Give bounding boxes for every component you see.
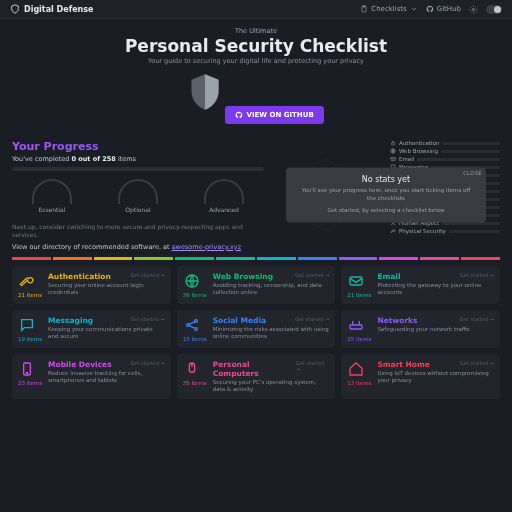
- swatch: [175, 257, 214, 260]
- card-count: 21 items: [347, 292, 371, 298]
- progress-subtitle: You've completed 0 out of 258 items: [12, 155, 264, 163]
- brand[interactable]: Digital Defense: [10, 4, 93, 14]
- swatch: [298, 257, 337, 260]
- card-body: Smart HomeGet started →Using IoT devices…: [377, 360, 494, 393]
- topbar: Digital Defense Checklists GitHub: [0, 0, 512, 19]
- card-title: Networks: [377, 316, 417, 325]
- key-icon: [18, 272, 36, 290]
- mouse-icon: [183, 360, 201, 378]
- checklist-card[interactable]: 19 itemsMessagingGet started →Keeping yo…: [12, 310, 171, 348]
- overlay-text-2: Get started, by selecting a checklist be…: [298, 207, 474, 215]
- card-title: Mobile Devices: [48, 360, 112, 369]
- card-title: Smart Home: [377, 360, 430, 369]
- gauge-arc: [204, 179, 244, 204]
- checklist-card[interactable]: 25 itemsNetworksGet started →Safeguardin…: [341, 310, 500, 348]
- stat-label: Email: [399, 156, 414, 162]
- card-body: Mobile DevicesGet started →Reduce invasi…: [48, 360, 165, 393]
- card-count: 25 items: [347, 336, 371, 342]
- card-left: 23 items: [18, 360, 42, 393]
- gauge-optional: Optional: [98, 179, 178, 213]
- topbar-right: Checklists GitHub: [360, 5, 502, 14]
- card-left: 25 items: [347, 316, 371, 342]
- card-count: 13 items: [347, 380, 371, 386]
- gear-icon[interactable]: [469, 5, 478, 14]
- checklist-card[interactable]: 23 itemsMobile DevicesGet started →Reduc…: [12, 354, 171, 399]
- view-on-github-button[interactable]: VIEW ON GITHUB: [225, 106, 324, 124]
- checklist-card[interactable]: 21 itemsAuthenticationGet started →Secur…: [12, 266, 171, 304]
- gauge-essential: Essential: [12, 179, 92, 213]
- swatch: [420, 257, 459, 260]
- stat-row: Authentication: [390, 140, 500, 146]
- card-arrow: Get started →: [130, 272, 164, 278]
- svg-point-20: [194, 327, 197, 330]
- progress-bar: [12, 167, 264, 171]
- recommendation-link-line: View our directory of recommended softwa…: [12, 243, 264, 251]
- stat-icon: [390, 156, 396, 162]
- svg-point-18: [186, 323, 189, 326]
- card-body: AuthenticationGet started →Securing your…: [48, 272, 165, 298]
- card-count: 35 items: [183, 380, 207, 386]
- stat-label: Web Browsing: [399, 148, 438, 154]
- checklists-dropdown[interactable]: Checklists: [360, 5, 417, 13]
- shield-logo: [188, 73, 222, 111]
- mail-icon: [347, 272, 365, 290]
- gauge-arc: [118, 179, 158, 204]
- github-icon: [235, 111, 243, 119]
- clipboard-icon: [360, 5, 368, 13]
- card-arrow: Get started →: [295, 316, 329, 322]
- card-desc: Reduce invasive tracking for cells, smar…: [48, 370, 165, 384]
- checklist-card[interactable]: 36 itemsWeb BrowsingGet started →Avoidin…: [177, 266, 336, 304]
- awesome-privacy-link[interactable]: awesome-privacy.xyz: [172, 243, 241, 251]
- card-arrow: Get started →: [296, 360, 329, 372]
- card-title: Web Browsing: [213, 272, 273, 281]
- progress-section: Your Progress You've completed 0 out of …: [12, 140, 500, 251]
- checklist-card[interactable]: 15 itemsSocial MediaGet started →Minimiz…: [177, 310, 336, 348]
- stat-icon: [390, 140, 396, 146]
- close-button[interactable]: CLOSE: [463, 171, 482, 177]
- overlay-title: No stats yet: [298, 176, 474, 185]
- github-button-label: VIEW ON GITHUB: [247, 111, 314, 119]
- stat-icon: [390, 228, 396, 234]
- checklist-card[interactable]: 35 itemsPersonal ComputersGet started →S…: [177, 354, 336, 399]
- gauges: Essential Optional Advanced: [12, 179, 264, 213]
- card-desc: Securing your online account login crede…: [48, 282, 165, 296]
- progress-title: Your Progress: [12, 140, 264, 153]
- recommendation-text: Next up, consider switching to more secu…: [12, 223, 264, 240]
- card-title: Messaging: [48, 316, 93, 325]
- svg-rect-5: [392, 143, 395, 145]
- theme-toggle[interactable]: [486, 5, 502, 14]
- swatch: [216, 257, 255, 260]
- card-desc: Protecting the gateway to your online ac…: [377, 282, 494, 296]
- card-left: 13 items: [347, 360, 371, 393]
- card-title: Personal Computers: [213, 360, 296, 378]
- github-icon: [426, 5, 434, 13]
- stat-bar: [441, 150, 500, 153]
- stat-row: Physical Security: [390, 228, 500, 234]
- card-title: Email: [377, 272, 400, 281]
- phone-icon: [18, 360, 36, 378]
- overlay-text-1: You'll see your progress here, once you …: [298, 188, 474, 203]
- progress-right: 100% AuthenticationWeb BrowsingEmailMess…: [272, 140, 500, 251]
- checklist-card[interactable]: 21 itemsEmailGet started →Protecting the…: [341, 266, 500, 304]
- swatch: [53, 257, 92, 260]
- card-body: EmailGet started →Protecting the gateway…: [377, 272, 494, 298]
- card-arrow: Get started →: [460, 360, 494, 366]
- no-stats-overlay: CLOSE No stats yet You'll see your progr…: [286, 168, 486, 223]
- gauge-advanced: Advanced: [184, 179, 264, 213]
- chat-icon: [18, 316, 36, 334]
- stat-row: Email: [390, 156, 500, 162]
- content: Your Progress You've completed 0 out of …: [0, 134, 512, 405]
- github-label: GitHub: [437, 5, 461, 13]
- card-body: Personal ComputersGet started →Securing …: [213, 360, 330, 393]
- github-link[interactable]: GitHub: [426, 5, 461, 13]
- card-desc: Minimizing the risks associated with usi…: [213, 326, 330, 340]
- checklist-card[interactable]: 13 itemsSmart HomeGet started →Using IoT…: [341, 354, 500, 399]
- card-desc: Securing your PC's operating system, dat…: [213, 379, 330, 393]
- share-icon: [183, 316, 201, 334]
- card-body: Web BrowsingGet started →Avoiding tracki…: [213, 272, 330, 298]
- card-desc: Using IoT devices without compromising y…: [377, 370, 494, 384]
- color-palette: [12, 257, 500, 260]
- card-count: 36 items: [183, 292, 207, 298]
- globe-icon: [183, 272, 201, 290]
- hero: The Ultimate Personal Security Checklist…: [0, 19, 512, 134]
